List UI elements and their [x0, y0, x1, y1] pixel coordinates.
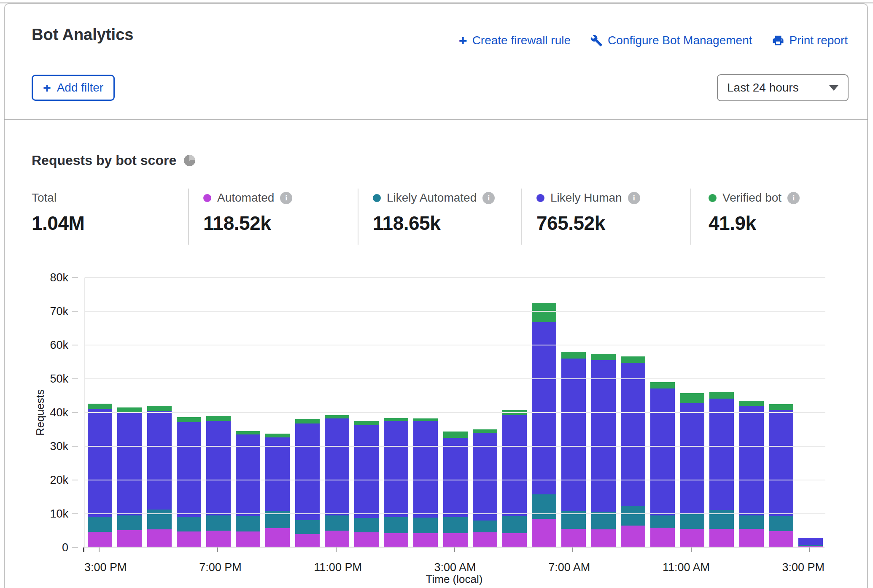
- stat-divider: [188, 189, 189, 245]
- chart-bar-8-00-am[interactable]: [591, 354, 616, 547]
- printer-icon: [772, 34, 784, 47]
- chart-bar-7-00-pm[interactable]: [206, 416, 231, 547]
- legend-dot-automated: [203, 194, 211, 202]
- origin-tick: [83, 548, 84, 552]
- chart-bar-5-00-am[interactable]: [502, 410, 527, 547]
- stat-likely-human: Likely Human i 765.52k: [536, 191, 640, 235]
- chart-bar-4-00-pm[interactable]: [117, 407, 142, 547]
- chevron-down-icon: [829, 85, 838, 91]
- create-firewall-rule-link[interactable]: + Create firewall rule: [459, 34, 571, 47]
- bar-segment-verified-bot: [206, 416, 231, 421]
- chart-bar-8-00-pm[interactable]: [236, 431, 260, 547]
- bar-segment-automated: [680, 529, 704, 547]
- print-report-label: Print report: [789, 34, 848, 47]
- y-tick-label: 60k: [25, 337, 68, 353]
- bar-segment-likely-automated: [117, 515, 142, 530]
- y-tick-mark: [72, 446, 78, 447]
- chart-bar-3-00-pm[interactable]: [88, 404, 112, 547]
- plus-icon: +: [43, 82, 51, 94]
- bar-segment-automated: [88, 532, 112, 547]
- chart-bar-6-00-am[interactable]: [532, 303, 556, 547]
- legend-dot-likely-automated: [373, 194, 381, 202]
- add-filter-label: Add filter: [57, 81, 104, 94]
- x-tick-cell: [362, 560, 386, 575]
- chart-bar-6-00-pm[interactable]: [177, 417, 201, 547]
- bar-segment-automated: [265, 528, 290, 547]
- chart-bar-9-00-am[interactable]: [621, 356, 645, 547]
- chart-bar-2-00-pm[interactable]: [769, 404, 793, 547]
- chart-plot-area: [84, 278, 825, 548]
- chart-bar-11-00-pm[interactable]: [325, 415, 349, 547]
- stat-verified-bot-label: Verified bot: [722, 191, 781, 205]
- chart-bar-12-00-pm[interactable]: [709, 392, 734, 547]
- chart-bar-10-00-am[interactable]: [650, 382, 675, 547]
- info-icon[interactable]: i: [280, 192, 292, 204]
- gridline: [85, 412, 825, 413]
- bar-segment-likely-automated: [591, 512, 616, 529]
- bar-segment-likely-automated: [532, 494, 556, 519]
- y-tick-label: 70k: [25, 304, 68, 319]
- bar-segment-automated: [147, 529, 172, 547]
- chart-bar-10-00-pm[interactable]: [295, 419, 320, 547]
- time-range-select[interactable]: Last 24 hours: [717, 74, 849, 101]
- y-tick-label: 40k: [25, 405, 68, 420]
- x-tick-cell: [290, 560, 314, 575]
- bar-segment-automated: [384, 533, 408, 547]
- x-tick-mark: [809, 548, 810, 552]
- bar-segment-likely-human: [325, 418, 349, 515]
- x-tick-cell: [758, 560, 782, 575]
- chart-bar-12-00-am[interactable]: [354, 421, 379, 547]
- bar-segment-likely-automated: [88, 517, 112, 532]
- bar-segment-likely-automated: [413, 518, 438, 533]
- x-tick-cell: [175, 560, 199, 575]
- chart-bar-7-00-am[interactable]: [561, 352, 586, 547]
- bar-segment-likely-human: [413, 421, 438, 518]
- x-tick-cell: 11:00 AM: [663, 560, 710, 575]
- bar-segment-automated: [532, 519, 556, 547]
- bar-segment-automated: [117, 530, 142, 547]
- y-tick-label: 80k: [25, 270, 68, 285]
- stat-likely-automated-value: 118.65k: [373, 212, 495, 235]
- bar-segment-likely-human: [147, 411, 172, 510]
- x-tick-label: 11:00 AM: [663, 560, 710, 575]
- gridline: [85, 378, 825, 379]
- bar-segment-likely-human: [561, 359, 586, 511]
- x-tick-cell: [590, 560, 614, 575]
- gridline: [85, 446, 825, 447]
- chart-bar-2-00-am[interactable]: [413, 418, 438, 547]
- bar-segment-automated: [650, 528, 675, 547]
- bar-segment-likely-human: [621, 363, 645, 506]
- section-title: Requests by bot score: [32, 153, 176, 168]
- y-tick-mark: [72, 311, 78, 312]
- bar-segment-likely-automated: [739, 515, 764, 529]
- bar-segment-likely-automated: [709, 510, 734, 529]
- y-tick-label: 10k: [25, 506, 68, 521]
- info-icon[interactable]: i: [787, 192, 800, 204]
- chart-bar-5-00-pm[interactable]: [147, 406, 172, 547]
- print-report-link[interactable]: Print report: [772, 34, 848, 47]
- x-tick-cell: [386, 560, 410, 575]
- stat-automated: Automated i 118.52k: [203, 191, 292, 235]
- configure-bot-management-link[interactable]: Configure Bot Management: [590, 34, 752, 47]
- x-tick-cell: [734, 560, 758, 575]
- chart-bar-3-00-am[interactable]: [443, 432, 468, 547]
- bar-segment-likely-automated: [295, 520, 320, 534]
- chart-bar-11-00-am[interactable]: [680, 393, 704, 547]
- y-tick-mark: [72, 412, 78, 413]
- create-firewall-rule-label: Create firewall rule: [472, 34, 571, 47]
- chart-bar-1-00-am[interactable]: [384, 418, 408, 547]
- info-icon[interactable]: i: [482, 192, 495, 204]
- plus-icon: +: [459, 35, 467, 46]
- bar-segment-likely-human: [206, 421, 231, 515]
- chart-bar-1-00-pm[interactable]: [739, 401, 764, 547]
- stat-total-label: Total: [32, 191, 57, 205]
- bar-segment-verified-bot: [680, 393, 704, 403]
- y-tick-label: 50k: [25, 371, 68, 386]
- info-icon[interactable]: i: [628, 192, 640, 204]
- add-filter-button[interactable]: + Add filter: [32, 75, 115, 101]
- chart-bar-3-00-pm[interactable]: [798, 538, 823, 547]
- chart-bar-4-00-am[interactable]: [473, 429, 497, 547]
- chart-bar-9-00-pm[interactable]: [265, 434, 290, 547]
- x-tick-cell: [242, 560, 266, 575]
- bar-segment-verified-bot: [532, 303, 556, 322]
